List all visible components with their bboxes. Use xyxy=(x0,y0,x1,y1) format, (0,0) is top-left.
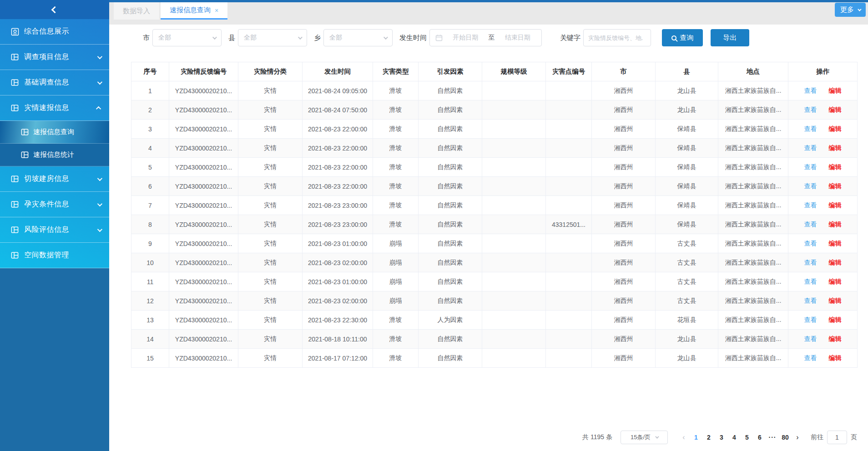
table-cell-no: 3 xyxy=(131,120,169,139)
table-cell-scale xyxy=(482,311,546,330)
sidebar-subitem[interactable]: 速报信息统计 xyxy=(0,144,109,166)
edit-link[interactable]: 编辑 xyxy=(829,144,842,151)
table-cell-location: 湘西土家族苗族自... xyxy=(718,196,788,215)
sidebar-collapse-button[interactable] xyxy=(0,0,109,19)
export-button[interactable]: 导出 xyxy=(711,29,749,46)
table-row: 2YZD43000020210...灾情2021-08-24 07:50:00滑… xyxy=(131,100,858,120)
edit-link[interactable]: 编辑 xyxy=(829,278,842,285)
edit-link[interactable]: 编辑 xyxy=(829,87,842,94)
edit-link[interactable]: 编辑 xyxy=(829,335,842,342)
page-button[interactable]: 6 xyxy=(753,431,766,444)
page-button[interactable]: 5 xyxy=(741,431,753,444)
sidebar-item[interactable]: 空间数据管理 xyxy=(0,243,109,268)
edit-link[interactable]: 编辑 xyxy=(829,106,842,113)
sidebar-item[interactable]: 综合信息展示 xyxy=(0,19,109,45)
close-icon[interactable]: × xyxy=(215,7,218,14)
table-cell-city: 湘西州 xyxy=(592,349,656,368)
goto-page: 前往 页 xyxy=(811,431,857,444)
table-cell-point_code xyxy=(546,253,592,272)
view-link[interactable]: 查看 xyxy=(804,240,817,247)
view-link[interactable]: 查看 xyxy=(804,220,817,228)
table-cell-location: 湘西土家族苗族自... xyxy=(718,177,788,196)
export-button-label: 导出 xyxy=(723,34,737,42)
table-cell-city: 湘西州 xyxy=(592,100,656,120)
city-select[interactable]: 全部 xyxy=(152,29,222,46)
table-cell-county: 保靖县 xyxy=(656,177,718,196)
table-cell-actions: 查看编辑 xyxy=(788,139,858,158)
page-button[interactable]: 4 xyxy=(728,431,741,444)
table-cell-code: YZD43000020210... xyxy=(169,330,238,349)
view-link[interactable]: 查看 xyxy=(804,106,817,113)
table-cell-category: 灾情 xyxy=(238,215,303,234)
county-select[interactable]: 全部 xyxy=(238,29,307,46)
sidebar-item[interactable]: 切坡建房信息 xyxy=(0,166,109,192)
edit-link[interactable]: 编辑 xyxy=(829,220,842,228)
page-button[interactable]: 80 xyxy=(779,431,792,444)
town-select[interactable]: 全部 xyxy=(323,29,393,46)
edit-link[interactable]: 编辑 xyxy=(829,182,842,190)
page-button[interactable]: 2 xyxy=(702,431,715,444)
sidebar-item[interactable]: 风险评估信息 xyxy=(0,217,109,243)
edit-link[interactable]: 编辑 xyxy=(829,354,842,361)
sidebar-subitem[interactable]: 速报信息查询 xyxy=(0,121,109,144)
view-link[interactable]: 查看 xyxy=(804,335,817,342)
edit-link[interactable]: 编辑 xyxy=(829,259,842,266)
edit-link[interactable]: 编辑 xyxy=(829,316,842,323)
view-link[interactable]: 查看 xyxy=(804,201,817,209)
table-cell-factor: 自然因素 xyxy=(419,158,482,177)
page-button[interactable]: 1 xyxy=(690,431,702,444)
table-cell-point_code xyxy=(546,272,592,291)
table-cell-city: 湘西州 xyxy=(592,234,656,253)
tab[interactable]: 速报信息查询× xyxy=(161,2,227,20)
table-cell-time: 2021-08-24 07:50:00 xyxy=(303,100,373,120)
sidebar-item[interactable]: 基础调查信息 xyxy=(0,70,109,95)
sidebar-item[interactable]: 孕灾条件信息 xyxy=(0,192,109,217)
date-range-input[interactable]: 开始日期 至 结束日期 xyxy=(429,29,542,46)
table-cell-code: YZD43000020210... xyxy=(169,272,238,291)
view-link[interactable]: 查看 xyxy=(804,182,817,190)
pagination: 共 1195 条 15条/页 ‹ 123456···80 › 前往 页 xyxy=(582,430,857,445)
table-cell-factor: 自然因素 xyxy=(419,234,482,253)
table-cell-point_code xyxy=(546,177,592,196)
more-button[interactable]: 更多 xyxy=(835,3,866,17)
table-cell-point_code xyxy=(546,139,592,158)
table-cell-actions: 查看编辑 xyxy=(788,291,858,311)
page-button[interactable]: 3 xyxy=(715,431,728,444)
table-header-row: 序号灾险情反馈编号灾险情分类发生时间灾害类型引发因素规模等级灾害点编号市县地点操… xyxy=(131,62,858,81)
view-link[interactable]: 查看 xyxy=(804,87,817,94)
edit-link[interactable]: 编辑 xyxy=(829,297,842,304)
view-link[interactable]: 查看 xyxy=(804,354,817,361)
view-link[interactable]: 查看 xyxy=(804,144,817,151)
next-page-button[interactable]: › xyxy=(792,433,803,441)
tab[interactable]: 数据导入 xyxy=(114,2,159,20)
table-header-cell: 灾险情反馈编号 xyxy=(169,62,238,81)
view-link[interactable]: 查看 xyxy=(804,278,817,285)
prev-page-button[interactable]: ‹ xyxy=(678,433,690,441)
table-header-cell: 灾险情分类 xyxy=(238,62,303,81)
table-cell-actions: 查看编辑 xyxy=(788,311,858,330)
edit-link[interactable]: 编辑 xyxy=(829,163,842,170)
sidebar-item[interactable]: 调查项目信息 xyxy=(0,45,109,70)
table-icon xyxy=(11,251,19,260)
table-header-cell: 灾害点编号 xyxy=(546,62,592,81)
page-size-select[interactable]: 15条/页 xyxy=(621,431,668,444)
sidebar-item[interactable]: 灾情速报信息 xyxy=(0,95,109,121)
goto-page-input[interactable] xyxy=(827,431,847,444)
table-cell-city: 湘西州 xyxy=(592,120,656,139)
search-button[interactable]: 查询 xyxy=(662,29,703,46)
table-cell-county: 龙山县 xyxy=(656,100,718,120)
table-icon xyxy=(11,79,19,87)
table-row: 8YZD43000020210...灾情2021-08-23 23:00:00滑… xyxy=(131,215,858,234)
view-link[interactable]: 查看 xyxy=(804,259,817,266)
view-link[interactable]: 查看 xyxy=(804,316,817,323)
table-cell-location: 湘西土家族苗族自... xyxy=(718,100,788,120)
view-link[interactable]: 查看 xyxy=(804,297,817,304)
table-header-cell: 规模等级 xyxy=(482,62,546,81)
view-link[interactable]: 查看 xyxy=(804,125,817,132)
edit-link[interactable]: 编辑 xyxy=(829,125,842,132)
keyword-input[interactable] xyxy=(583,29,651,46)
view-link[interactable]: 查看 xyxy=(804,163,817,170)
edit-link[interactable]: 编辑 xyxy=(829,201,842,209)
table-header-cell: 地点 xyxy=(718,62,788,81)
edit-link[interactable]: 编辑 xyxy=(829,240,842,247)
